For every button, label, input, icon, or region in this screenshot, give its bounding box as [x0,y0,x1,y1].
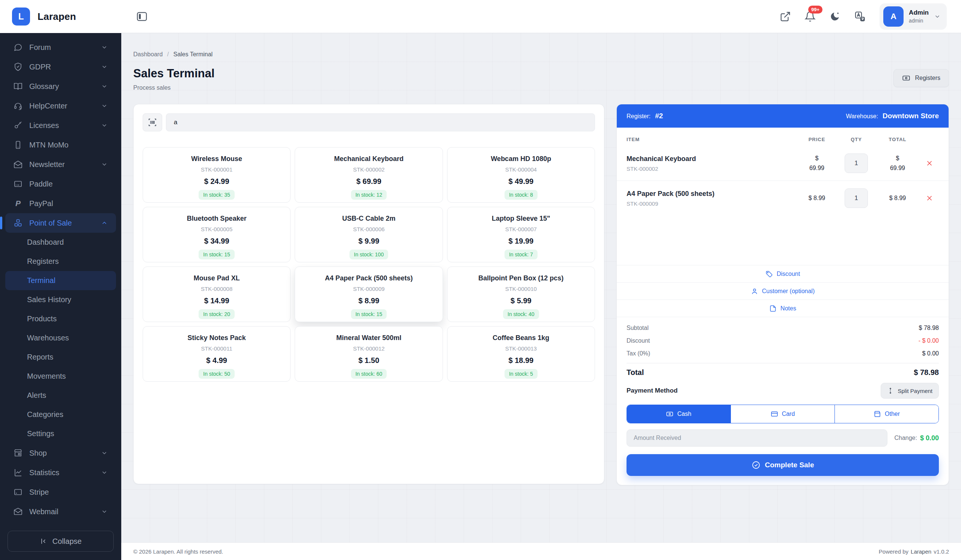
tax-label: Tax (0%) [627,350,650,357]
notes-link[interactable]: Notes [617,300,949,317]
line-chart-icon [13,468,22,477]
sidebar-item-paddle[interactable]: Paddle [5,174,116,194]
sidebar-subitem-warehouses[interactable]: Warehouses [5,329,116,348]
tax-value: $ 0.00 [922,350,939,357]
cart-item-price-value: $ 8.99 [808,193,825,203]
product-card[interactable]: Mechanical Keyboard STK-000002 $ 69.99 I… [295,147,443,203]
language-translate-icon[interactable] [854,11,866,22]
sidebar-subitem-terminal[interactable]: Terminal [5,271,116,290]
product-price: $ 69.99 [301,177,437,186]
col-price: PRICE [796,136,837,142]
barcode-scan-button[interactable] [143,113,162,132]
sidebar-subitem-products[interactable]: Products [5,309,116,329]
topbar: 99+ A Admin admin [121,0,961,33]
book-open-icon [13,82,22,91]
sidebar-subitem-label: Sales History [27,295,71,304]
product-card[interactable]: Sticky Notes Pack STK-000011 $ 4.99 In s… [143,326,291,382]
notifications-bell-icon[interactable]: 99+ [805,11,816,22]
credit-card-icon [13,488,22,497]
product-name: USB-C Cable 2m [301,215,437,223]
remove-item-button[interactable] [920,159,939,167]
cart-item-price: $ 8.99 [796,193,837,203]
sidebar-item-webmail[interactable]: Webmail [5,502,116,521]
powered-brand[interactable]: Larapen [911,548,931,555]
cash-label: Cash [677,411,691,417]
col-item: ITEM [627,136,796,142]
product-card[interactable]: Mineral Water 500ml STK-000012 $ 1.50 In… [295,326,443,382]
product-sku: STK-000011 [148,345,285,352]
sidebar-item-mtn-momo[interactable]: MTN MoMo [5,135,116,155]
collapse-sidebar-button[interactable]: Collapse [8,531,114,552]
notes-link-label: Notes [781,305,796,312]
product-price: $ 34.99 [148,237,285,246]
sidebar-item-forum[interactable]: Forum [5,37,116,57]
total-row: Total $ 78.98 [627,363,939,380]
product-price: $ 1.50 [301,356,437,365]
sidebar-item-label: Statistics [29,469,59,477]
external-link-icon[interactable] [780,11,791,22]
quantity-input[interactable] [845,154,868,173]
sidebar-item-gdpr[interactable]: GDPR [5,57,116,77]
sidebar-item-licenses[interactable]: Licenses [5,116,116,135]
sidebar-item-paypal[interactable]: P PayPal [5,194,116,213]
sidebar-subitem-movements[interactable]: Movements [5,367,116,386]
store-icon [13,449,22,457]
register-number: #2 [655,112,663,120]
sidebar-item-glossary[interactable]: Glossary [5,77,116,96]
sidebar-item-label: HelpCenter [29,102,67,110]
sidebar-item-statistics[interactable]: Statistics [5,463,116,482]
sidebar-subitem-alerts[interactable]: Alerts [5,386,116,405]
sidebar-subitem-settings[interactable]: Settings [5,424,116,443]
amount-received-input[interactable] [627,429,887,447]
payment-method-cash[interactable]: Cash [627,405,731,423]
sidebar-item-helpcenter[interactable]: HelpCenter [5,96,116,116]
quantity-input[interactable] [845,188,868,208]
sidebar-item-shop[interactable]: Shop [5,443,116,463]
change-label: Change: [894,435,917,441]
product-card[interactable]: Coffee Beans 1kg STK-000013 $ 18.99 In s… [447,326,595,382]
registers-button[interactable]: Registers [894,69,949,87]
complete-sale-button[interactable]: Complete Sale [627,454,939,476]
sidebar-item-stripe[interactable]: Stripe [5,482,116,502]
payment-method-card[interactable]: Card [731,405,834,423]
product-card[interactable]: Laptop Sleeve 15" STK-000007 $ 19.99 In … [447,207,595,262]
remove-item-button[interactable] [920,194,939,202]
sidebar-subitem-categories[interactable]: Categories [5,405,116,424]
split-payment-button[interactable]: Split Payment [881,383,939,399]
paypal-icon: P [13,199,22,208]
sidebar-subitem-reports[interactable]: Reports [5,348,116,367]
split-payment-label: Split Payment [898,388,932,394]
discount-link[interactable]: Discount [617,265,949,282]
logo-band: L Larapen [0,0,121,33]
sidebar-subitem-registers[interactable]: Registers [5,252,116,271]
product-card[interactable]: Ballpoint Pen Box (12 pcs) STK-000010 $ … [447,266,595,322]
envelope-icon [13,507,22,516]
user-name: Admin [909,9,929,16]
app-window: L Larapen Forum GDPR Glossary HelpCe [0,0,961,560]
other-label: Other [885,411,900,417]
product-card[interactable]: Webcam HD 1080p STK-000004 $ 49.99 In st… [447,147,595,203]
product-card-hovered[interactable]: A4 Paper Pack (500 sheets) STK-000009 $ … [295,266,443,322]
sidebar-item-newsletter[interactable]: Newsletter [5,155,116,174]
user-menu[interactable]: A Admin admin [879,3,947,30]
chevron-down-icon [101,122,108,129]
customer-link[interactable]: Customer (optional) [617,282,949,300]
breadcrumb-dashboard[interactable]: Dashboard [133,51,162,58]
sidebar-subitem-sales-history[interactable]: Sales History [5,290,116,309]
app-version: v1.0.2 [934,548,949,555]
sidebar-item-label: MTN MoMo [29,141,68,149]
product-name: Laptop Sleeve 15" [453,215,589,223]
sidebar-subitem-dashboard[interactable]: Dashboard [5,233,116,252]
sidebar-toggle-icon[interactable] [135,10,148,23]
product-card[interactable]: USB-C Cable 2m STK-000006 $ 9.99 In stoc… [295,207,443,262]
cart-item-price-value: $ 69.99 [807,154,827,173]
product-search-input[interactable] [166,113,595,132]
product-name: A4 Paper Pack (500 sheets) [301,274,437,282]
sidebar-item-point-of-sale[interactable]: Point of Sale [5,213,116,233]
product-card[interactable]: Mouse Pad XL STK-000008 $ 14.99 In stock… [143,266,291,322]
product-card[interactable]: Bluetooth Speaker STK-000005 $ 34.99 In … [143,207,291,262]
product-card[interactable]: Wireless Mouse STK-000001 $ 24.99 In sto… [143,147,291,203]
complete-sale-label: Complete Sale [765,461,814,469]
payment-method-other[interactable]: Other [834,405,939,423]
dark-mode-moon-icon[interactable] [829,11,840,22]
